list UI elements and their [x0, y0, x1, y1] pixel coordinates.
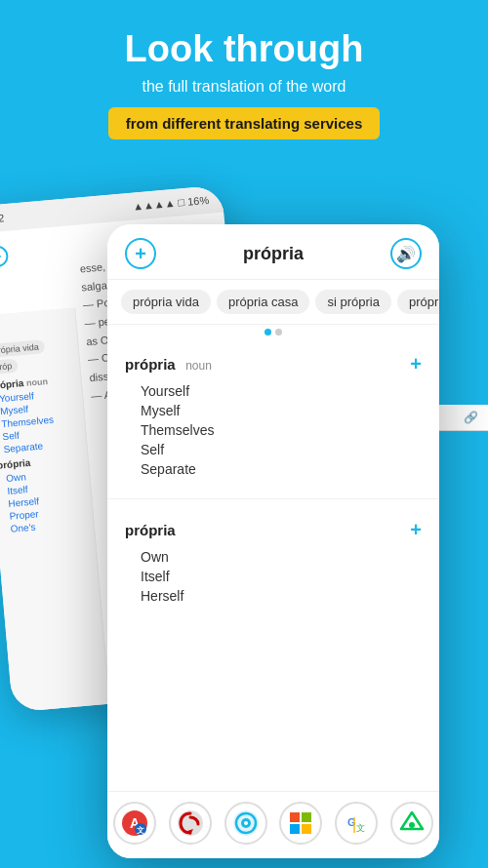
promo-badge: from different translating services	[108, 107, 381, 139]
trans-header-1: própria noun +	[125, 353, 422, 375]
sidebar-tags: própria vida próp	[0, 337, 74, 375]
sidebar-tag-2: próp	[0, 359, 19, 375]
tags-row: própria vida própria casa si própria pró…	[107, 280, 439, 325]
phone-area: 2:02 ▲▲▲▲ □ 16% própria vida próp própri…	[0, 185, 488, 868]
promo-section: Look through the full translation of the…	[0, 0, 488, 149]
trans-item-itself: Itself	[125, 567, 422, 586]
smartcat-icon[interactable]	[390, 802, 433, 845]
trans-word-1: própria	[125, 356, 176, 373]
bg-time: 2:02	[0, 212, 5, 225]
sidebar-tag-1: própria vida	[0, 339, 45, 358]
ms-grid	[290, 812, 311, 834]
tag-propria-vida[interactable]: própria vida	[121, 290, 211, 314]
promo-title: Look through	[20, 29, 468, 70]
reverso-icon[interactable]	[169, 802, 212, 845]
bg-overlay-link: 🔗	[464, 411, 478, 424]
trans-item-myself: Myself	[125, 401, 422, 420]
trans-divider	[107, 498, 439, 499]
trans-item-separate: Separate	[125, 459, 422, 479]
trans-item-yourself: Yourself	[125, 381, 422, 401]
svg-point-14	[409, 822, 415, 828]
trans-item-herself: Herself	[125, 586, 422, 606]
fg-add-button[interactable]: +	[125, 238, 156, 269]
svg-point-9	[244, 821, 248, 825]
dot-active	[264, 329, 271, 335]
service-bar: A 文	[107, 791, 439, 858]
trans-add-btn-1[interactable]: +	[410, 353, 422, 375]
foreground-phone: + própria 🔊 própria vida própria casa si…	[107, 224, 439, 858]
trans-word-2: própria	[125, 522, 176, 538]
trans-item-self: Self	[125, 440, 422, 459]
translation-section-1: própria noun + Yourself Myself Themselve…	[107, 341, 439, 491]
trans-header-2: própria +	[125, 519, 422, 541]
translation-section-2: própria + Own Itself Herself	[107, 507, 439, 617]
fg-word: própria	[243, 244, 304, 264]
fg-sound-button[interactable]: 🔊	[390, 238, 422, 269]
tag-si-propria[interactable]: si própria	[315, 290, 390, 314]
fg-header: + própria 🔊	[107, 224, 439, 280]
trans-add-btn-2[interactable]: +	[410, 519, 422, 541]
a-translator-icon[interactable]: A 文	[113, 802, 156, 845]
trans-item-themselves: Themselves	[125, 420, 422, 440]
deepl-icon[interactable]	[224, 802, 267, 845]
dot-inactive	[275, 329, 282, 335]
tag-propria-casa[interactable]: própria casa	[217, 290, 310, 314]
trans-pos-1: noun	[185, 359, 212, 373]
pagination-dots	[107, 325, 439, 341]
microsoft-icon[interactable]	[279, 802, 322, 845]
google-translate-icon[interactable]: G 文	[335, 802, 378, 845]
tag-propria-c[interactable]: própria c	[397, 290, 439, 314]
bg-signal: ▲▲▲▲ □ 16%	[133, 194, 210, 213]
trans-item-own: Own	[125, 547, 422, 567]
svg-text:文: 文	[137, 825, 144, 835]
promo-subtitle: the full translation of the word	[20, 78, 468, 96]
svg-text:文: 文	[356, 823, 365, 833]
